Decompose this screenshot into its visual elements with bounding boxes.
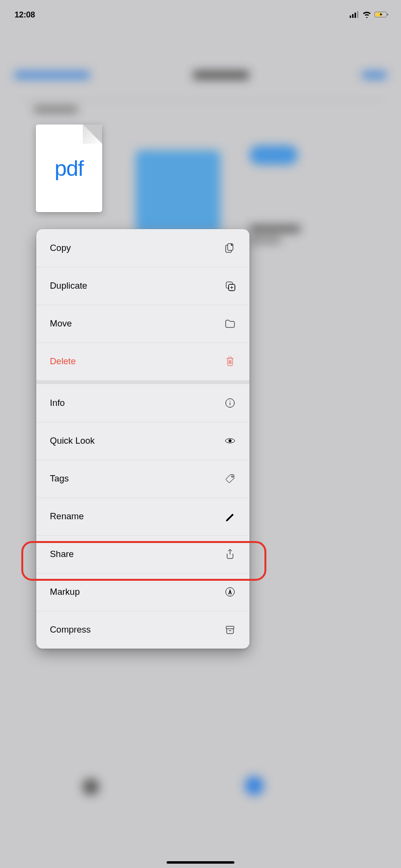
menu-item-compress[interactable]: Compress: [36, 611, 249, 649]
svg-rect-7: [228, 244, 233, 250]
menu-item-label: Rename: [50, 512, 84, 522]
markup-icon: [224, 586, 236, 598]
home-indicator[interactable]: [167, 861, 234, 864]
duplicate-icon: [224, 279, 236, 292]
menu-item-label: Compress: [50, 625, 91, 635]
menu-item-delete[interactable]: Delete: [36, 342, 249, 380]
svg-rect-2: [355, 13, 356, 18]
svg-rect-5: [387, 14, 388, 16]
menu-item-label: Move: [50, 319, 72, 329]
menu-item-copy[interactable]: Copy: [36, 229, 249, 267]
svg-point-19: [229, 439, 231, 442]
status-bar: 12:08: [0, 0, 401, 27]
copy-icon: [224, 242, 236, 254]
menu-item-label: Share: [50, 549, 74, 559]
svg-rect-3: [357, 11, 358, 18]
info-icon: [224, 397, 236, 409]
pencil-icon: [224, 510, 236, 523]
file-type-label: pdf: [55, 156, 84, 181]
menu-item-label: Tags: [50, 474, 69, 484]
menu-item-label: Duplicate: [50, 281, 87, 291]
archive-icon: [224, 623, 236, 636]
menu-item-label: Markup: [50, 587, 80, 597]
menu-item-share[interactable]: Share: [36, 535, 249, 573]
menu-item-rename[interactable]: Rename: [36, 497, 249, 535]
wifi-icon: [362, 11, 371, 18]
share-icon: [224, 548, 236, 560]
context-menu: CopyDuplicateMoveDeleteInfoQuick LookTag…: [36, 229, 249, 649]
svg-rect-22: [226, 626, 234, 629]
trash-icon: [224, 355, 236, 368]
eye-icon: [224, 434, 236, 447]
svg-point-20: [231, 476, 233, 478]
file-preview-thumbnail[interactable]: pdf: [36, 124, 102, 212]
menu-item-tags[interactable]: Tags: [36, 460, 249, 497]
cellular-signal-icon: [350, 11, 359, 18]
menu-item-label: Copy: [50, 243, 71, 253]
svg-rect-0: [350, 16, 351, 18]
folder-icon: [224, 317, 236, 330]
menu-item-info[interactable]: Info: [36, 384, 249, 422]
status-time: 12:08: [15, 10, 35, 19]
menu-item-label: Delete: [50, 356, 76, 367]
battery-charging-icon: [374, 11, 389, 18]
menu-item-label: Quick Look: [50, 436, 95, 446]
svg-point-17: [230, 401, 231, 402]
tag-icon: [224, 472, 236, 485]
menu-item-label: Info: [50, 398, 65, 408]
menu-item-move[interactable]: Move: [36, 305, 249, 342]
menu-item-duplicate[interactable]: Duplicate: [36, 267, 249, 305]
menu-item-quick-look[interactable]: Quick Look: [36, 422, 249, 460]
menu-item-markup[interactable]: Markup: [36, 573, 249, 611]
menu-separator: [36, 380, 249, 384]
svg-rect-1: [352, 14, 354, 18]
